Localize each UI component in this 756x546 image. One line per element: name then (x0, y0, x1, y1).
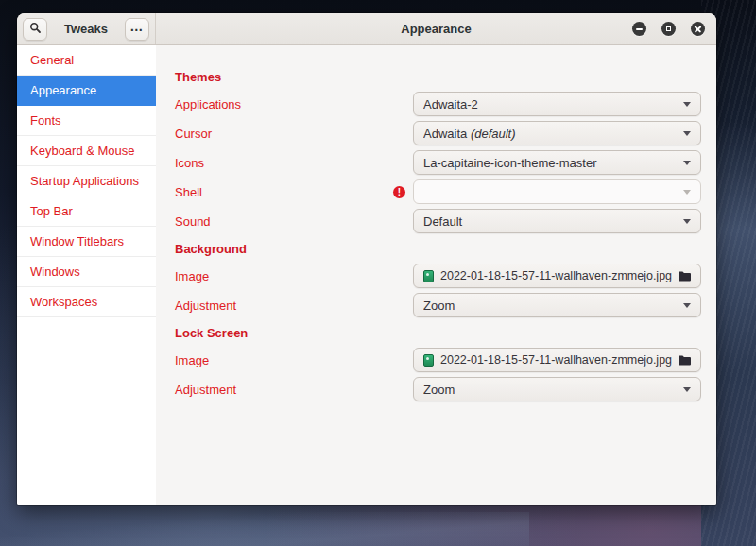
selected-value: Default (423, 214, 677, 229)
chevron-down-icon (683, 387, 691, 392)
minimize-button[interactable] (632, 22, 646, 36)
row-label: Cursor (175, 127, 212, 141)
row-label: Applications (175, 97, 241, 111)
folder-icon (679, 355, 691, 366)
chevron-down-icon (683, 219, 691, 224)
section-title-themes: Themes (175, 70, 701, 84)
row-background-adjustment: Adjustment Zoom (175, 293, 701, 317)
maximize-button[interactable] (662, 22, 676, 36)
row-label: Image (175, 269, 209, 283)
chevron-down-icon (683, 102, 691, 107)
window-body: General Appearance Fonts Keyboard & Mous… (17, 45, 716, 505)
close-icon (694, 25, 702, 33)
sidebar-item-windows[interactable]: Windows (17, 257, 156, 287)
chevron-down-icon (683, 303, 691, 308)
row-background-image: Image 2022-01-18-15-57-11-wallhaven-zmme… (175, 264, 701, 288)
selected-value: Adwaita (default) (423, 127, 677, 141)
sidebar-item-startup-applications[interactable]: Startup Applications (17, 166, 156, 196)
maximize-icon (666, 26, 671, 31)
sidebar: General Appearance Fonts Keyboard & Mous… (17, 45, 156, 505)
row-lockscreen-image: Image 2022-01-18-15-57-11-wallhaven-zmme… (175, 348, 701, 372)
sidebar-item-top-bar[interactable]: Top Bar (17, 196, 156, 227)
selected-value: Zoom (423, 299, 677, 313)
chevron-down-icon (683, 161, 691, 165)
file-name: 2022-01-18-15-57-11-wallhaven-zmmejo.jpg (440, 269, 672, 282)
row-shell: Shell ! (175, 179, 701, 204)
row-label: Icons (175, 156, 204, 170)
sidebar-item-fonts[interactable]: Fonts (17, 106, 156, 136)
ellipsis-icon: ⋯ (129, 23, 144, 36)
chevron-down-icon (683, 131, 691, 136)
file-name: 2022-01-18-15-57-11-wallhaven-zmmejo.jpg (440, 353, 672, 367)
row-lockscreen-adjustment: Adjustment Zoom (175, 377, 701, 401)
applications-theme-select[interactable]: Adwaita-2 (413, 92, 701, 116)
section-title-lock-screen: Lock Screen (175, 326, 701, 340)
sidebar-item-window-titlebars[interactable]: Window Titlebars (17, 227, 156, 257)
appearance-panel: Themes Applications Adwaita-2 Cursor Adw… (156, 45, 716, 505)
sidebar-item-keyboard-mouse[interactable]: Keyboard & Mouse (17, 136, 156, 166)
row-cursor: Cursor Adwaita (default) (175, 121, 701, 145)
menu-button[interactable]: ⋯ (125, 18, 149, 41)
search-icon (29, 21, 42, 38)
headerbar-right: Appearance (156, 13, 716, 44)
lockscreen-adjustment-select[interactable]: Zoom (413, 377, 701, 401)
row-label: Adjustment (175, 383, 236, 397)
window-controls (632, 22, 705, 36)
warning-icon: ! (393, 186, 405, 198)
background-adjustment-select[interactable]: Zoom (413, 293, 701, 317)
selected-value: Adwaita-2 (423, 97, 677, 111)
selected-value: Zoom (423, 383, 677, 397)
background-image-chooser[interactable]: 2022-01-18-15-57-11-wallhaven-zmmejo.jpg (413, 264, 701, 288)
row-label: Shell (175, 185, 202, 199)
headerbar: Tweaks ⋯ Appearance (17, 13, 716, 45)
search-button[interactable] (23, 18, 47, 41)
app-title: Tweaks (64, 22, 108, 36)
headerbar-left: Tweaks ⋯ (17, 13, 156, 44)
row-label: Sound (175, 214, 211, 229)
icons-theme-select[interactable]: La-capitaine-icon-theme-master (413, 150, 701, 175)
cursor-theme-select[interactable]: Adwaita (default) (413, 121, 701, 145)
image-file-icon (423, 354, 434, 367)
chevron-down-icon (683, 190, 691, 195)
row-label: Image (175, 353, 209, 367)
folder-icon (679, 271, 691, 282)
shell-theme-select (413, 179, 701, 204)
section-title-background: Background (175, 242, 701, 256)
sidebar-item-general[interactable]: General (17, 45, 156, 76)
row-label: Adjustment (175, 299, 236, 313)
row-applications: Applications Adwaita-2 (175, 92, 701, 116)
image-file-icon (423, 270, 434, 282)
sound-theme-select[interactable]: Default (413, 209, 701, 233)
row-icons: Icons La-capitaine-icon-theme-master (175, 150, 701, 175)
minimize-icon (636, 28, 643, 30)
close-button[interactable] (691, 22, 705, 36)
row-sound: Sound Default (175, 209, 701, 233)
wallpaper-snow-slope (0, 512, 529, 546)
sidebar-item-appearance[interactable]: Appearance (17, 76, 156, 106)
tweaks-window: Tweaks ⋯ Appearance General Appearance F… (17, 13, 716, 505)
sidebar-item-workspaces[interactable]: Workspaces (17, 287, 156, 317)
selected-value: La-capitaine-icon-theme-master (423, 156, 677, 170)
lockscreen-image-chooser[interactable]: 2022-01-18-15-57-11-wallhaven-zmmejo.jpg (413, 348, 701, 372)
